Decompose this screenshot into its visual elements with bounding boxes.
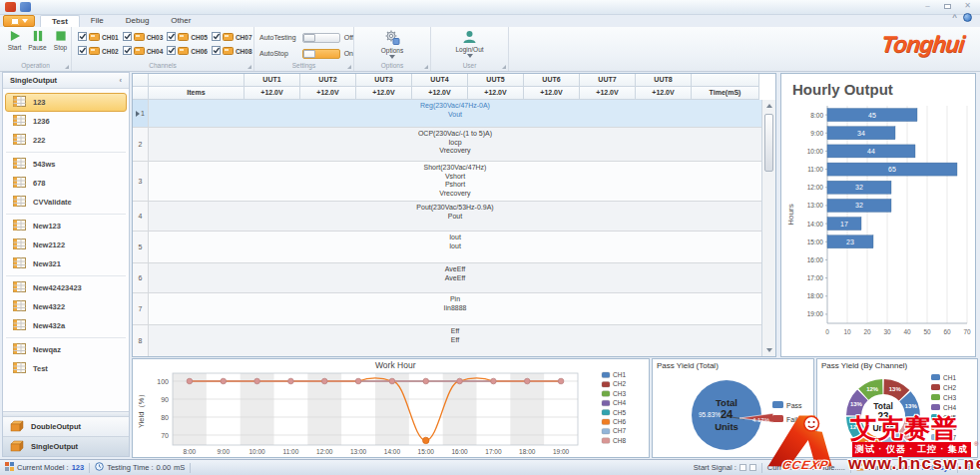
sidebar-item-123[interactable]: 123 [5, 93, 127, 112]
channel-ch01[interactable]: CH01 [78, 32, 119, 42]
dialog-launcher-icon[interactable] [424, 65, 428, 69]
checkbox-checked-icon[interactable] [212, 32, 221, 42]
checkbox-checked-icon[interactable] [167, 32, 176, 42]
options-button[interactable]: Options [381, 27, 404, 59]
scrollbar-thumb[interactable] [764, 114, 773, 172]
table-vertical-scrollbar[interactable] [761, 100, 775, 356]
channel-ch07[interactable]: CH07 [212, 32, 252, 42]
table-row[interactable]: 7PinIin8888 [133, 293, 761, 325]
table-row[interactable]: 8EffEff [133, 325, 761, 356]
pause-button[interactable]: Pause [27, 27, 48, 51]
sidebar-item-label: 123 [33, 98, 46, 107]
checkbox-checked-icon[interactable] [78, 46, 87, 56]
row-number-cell: 8 [133, 325, 149, 356]
list-group-separator [6, 337, 126, 338]
sidebar-item-test[interactable]: Test [5, 359, 127, 378]
group-user: Login/Out User [431, 27, 509, 71]
svg-text:Pass: Pass [786, 402, 802, 409]
app-icon-blue[interactable] [20, 2, 31, 12]
channel-icon [89, 32, 100, 42]
tab-debug[interactable]: Debug [115, 15, 161, 27]
auto-stop-toggle[interactable] [302, 49, 339, 59]
sidebar-item-new4322[interactable]: New4322 [5, 297, 127, 316]
tab-test[interactable]: Test [40, 15, 80, 27]
row-number-cell: 6 [133, 263, 149, 292]
channel-ch03[interactable]: CH03 [123, 32, 164, 42]
checkbox-checked-icon[interactable] [78, 32, 87, 42]
svg-text:10:00: 10:00 [248, 448, 265, 455]
svg-text:Hours: Hours [786, 204, 795, 225]
table-row[interactable]: 2OCP(230Vac/-(1 to 5)A)IocpVrecovery [133, 128, 761, 162]
table-row[interactable]: 4Pout(230Vac/53Hz-0.9A)Pout [133, 202, 761, 232]
dialog-launcher-icon[interactable] [347, 65, 351, 69]
eye-icon[interactable] [963, 463, 975, 473]
sidebar-item-543ws[interactable]: 543ws [5, 155, 127, 174]
sidebar-item-cvvalidate[interactable]: CVValidate [5, 193, 127, 212]
table-row[interactable]: 6AveEffAveEff [133, 263, 761, 293]
svg-text:0: 0 [825, 328, 829, 335]
scroll-up-icon[interactable] [762, 100, 775, 112]
checkbox-checked-icon[interactable] [212, 46, 221, 56]
sidebar-item-new432a[interactable]: New432a [5, 316, 127, 335]
current-user-value: TH300sys [917, 463, 952, 472]
stop-button[interactable]: Stop [50, 27, 71, 51]
sidebar-button-doubleoutput[interactable]: DoubleOutput [3, 416, 129, 436]
channel-ch08[interactable]: CH08 [212, 46, 252, 56]
svg-text:50: 50 [923, 328, 931, 335]
dialog-launcher-icon[interactable] [502, 65, 506, 69]
svg-text:CH2: CH2 [943, 384, 956, 391]
app-icon-red[interactable] [5, 2, 16, 12]
sidebar-item-222[interactable]: 222 [5, 131, 127, 150]
minimize-icon[interactable]: – [921, 1, 934, 11]
svg-text:60: 60 [943, 328, 951, 335]
checkbox-checked-icon[interactable] [123, 32, 132, 42]
restore-icon[interactable] [941, 1, 954, 11]
collapse-arrow-icon[interactable]: ‹ [120, 73, 123, 88]
table-row[interactable]: 1Reg(230Vac/47Hz-0A)Vout [133, 100, 761, 128]
svg-text:Total: Total [873, 401, 893, 411]
status-bar: Current Model : 123 Testing Time : 0.00 … [0, 459, 980, 475]
sidebar-item-1236[interactable]: 1236 [5, 112, 127, 131]
channel-ch06[interactable]: CH06 [167, 46, 208, 56]
sidebar-item-new2122[interactable]: New2122 [5, 236, 127, 254]
tab-other[interactable]: Other [160, 15, 202, 27]
header-cell-uut1: UUT1 [245, 74, 300, 87]
svg-text:13%: 13% [889, 386, 902, 392]
svg-text:32: 32 [855, 184, 863, 191]
dialog-launcher-icon[interactable] [247, 65, 251, 69]
channel-column: CH07CH08 [212, 32, 252, 56]
close-icon[interactable]: ✕ [961, 1, 974, 11]
sidebar-item-678[interactable]: 678 [5, 174, 127, 193]
channel-ch02[interactable]: CH02 [78, 46, 119, 56]
model-sheet-icon [13, 196, 26, 209]
channel-ch04[interactable]: CH04 [123, 46, 164, 56]
header-cell-time: Time(mS) [692, 87, 759, 100]
scroll-down-icon[interactable] [762, 344, 775, 356]
start-button[interactable]: Start [4, 27, 25, 51]
svg-text:CH5: CH5 [613, 409, 626, 416]
svg-text:CH3: CH3 [613, 390, 626, 397]
login-out-button[interactable]: Login/Out [458, 27, 481, 58]
sidebar-item-new42423423[interactable]: New42423423 [5, 278, 127, 297]
channel-ch05[interactable]: CH05 [167, 32, 208, 42]
auto-testing-toggle[interactable] [302, 33, 339, 43]
table-row[interactable]: 3Short(230Vac/47Hz)VshortPshortVrecovery [133, 162, 761, 202]
model-sheet-icon [13, 257, 26, 270]
sidebar-item-label: 1236 [33, 117, 50, 126]
svg-text:80: 80 [161, 414, 169, 421]
tab-file[interactable]: File [80, 15, 115, 27]
sidebar-item-new321[interactable]: New321 [5, 254, 127, 273]
svg-text:17: 17 [840, 221, 848, 228]
table-row[interactable]: 5IoutIout [133, 232, 761, 263]
dialog-launcher-icon[interactable] [65, 65, 69, 69]
application-menu-button[interactable] [3, 15, 35, 27]
sidebar-item-new123[interactable]: New123 [5, 217, 127, 236]
svg-text:95.83%: 95.83% [699, 411, 721, 418]
channel-column: CH05CH06 [167, 32, 208, 56]
checkbox-checked-icon[interactable] [123, 46, 132, 56]
sidebar-button-singleoutput[interactable]: SingleOutput [3, 436, 129, 456]
sidebar-item-newqaz[interactable]: Newqaz [5, 340, 127, 359]
channel-icon [223, 32, 234, 42]
channel-label: CH03 [147, 34, 164, 41]
checkbox-checked-icon[interactable] [167, 46, 176, 56]
